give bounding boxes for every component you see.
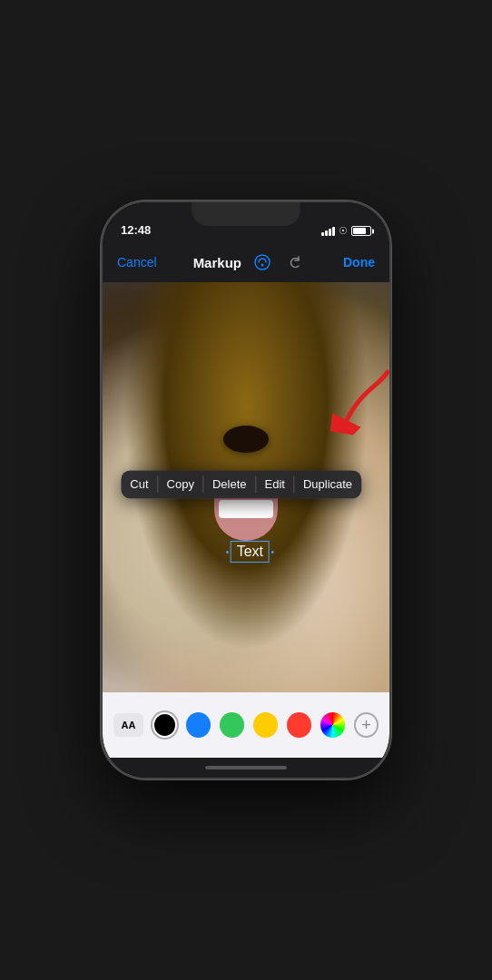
status-time: 12:48 [121, 223, 151, 237]
context-menu-delete[interactable]: Delete [203, 470, 256, 498]
context-menu-cut[interactable]: Cut [121, 470, 157, 498]
cancel-button[interactable]: Cancel [117, 255, 157, 270]
markup-mode-icon[interactable] [251, 250, 274, 274]
color-red[interactable] [287, 712, 311, 738]
home-indicator [103, 758, 389, 778]
context-menu: Cut Copy Delete Edit Duplicate [121, 470, 361, 498]
signal-icon [321, 227, 335, 236]
notch [192, 202, 300, 226]
text-annotation[interactable]: Text [231, 541, 270, 563]
image-area[interactable]: Cut Copy Delete Edit Duplicate Text [103, 282, 389, 692]
redo-icon[interactable] [283, 250, 307, 274]
battery-icon [351, 226, 371, 236]
context-menu-edit[interactable]: Edit [255, 470, 293, 498]
toolbar-title: Markup [193, 255, 241, 270]
phone-screen: 12:48 ☉ Cancel Markup [103, 202, 389, 778]
font-size-button[interactable]: AA [113, 713, 143, 737]
markup-toolbar: Cancel Markup Done [103, 242, 389, 282]
phone-device: 12:48 ☉ Cancel Markup [101, 201, 391, 779]
color-black[interactable] [153, 712, 177, 738]
home-bar [205, 766, 287, 769]
toolbar-center: Markup [193, 250, 307, 274]
context-menu-duplicate[interactable]: Duplicate [294, 470, 361, 498]
color-green[interactable] [220, 712, 244, 738]
add-tool-button[interactable]: + [354, 712, 379, 738]
wifi-icon: ☉ [339, 225, 348, 237]
svg-point-1 [261, 264, 263, 267]
status-icons: ☉ [321, 225, 371, 237]
color-blue[interactable] [186, 712, 211, 738]
bottom-toolbar: AA + [103, 692, 389, 758]
color-wheel-button[interactable] [320, 712, 345, 738]
svg-point-0 [255, 255, 270, 270]
done-button[interactable]: Done [343, 255, 375, 270]
dog-nose [223, 426, 269, 453]
color-yellow[interactable] [253, 712, 278, 738]
context-menu-copy[interactable]: Copy [158, 470, 203, 498]
dog-mouth [214, 495, 278, 541]
plus-icon: + [361, 716, 371, 735]
